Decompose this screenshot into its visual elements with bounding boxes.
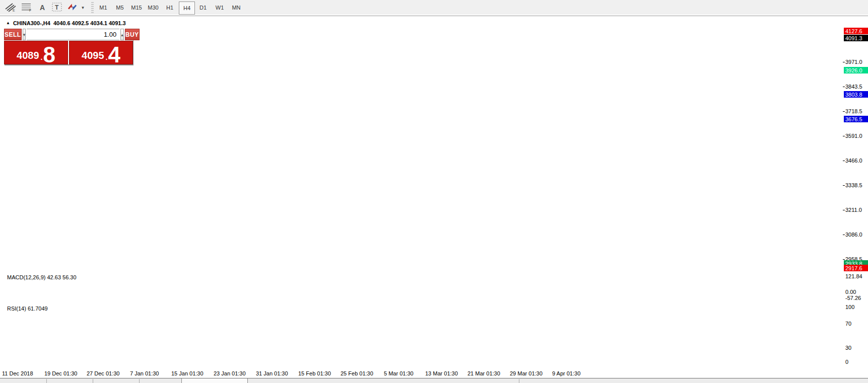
chevron-down-icon: ▼ <box>81 6 85 10</box>
sell-price-button[interactable]: 4089 . 8 <box>4 41 68 64</box>
rsi-tick-label: 30 <box>845 345 851 351</box>
svg-text:E: E <box>13 9 15 12</box>
date-label: 21 Mar 01:30 <box>468 370 500 376</box>
date-label: 25 Feb 01:30 <box>341 370 373 376</box>
timeframe-button-m5[interactable]: M5 <box>112 2 127 14</box>
volume-decrease-button[interactable]: ▾ <box>23 29 26 40</box>
triangle-up-icon: ▴ <box>121 32 123 37</box>
timeframe-button-mn[interactable]: MN <box>229 2 244 14</box>
price-tick-mark <box>843 87 845 87</box>
volume-increase-button[interactable]: ▴ <box>120 29 124 40</box>
sell-price-big-digit: 8 <box>43 46 55 64</box>
date-label: 13 Mar 01:30 <box>425 370 458 376</box>
price-tick-label: 3086.0 <box>845 232 862 238</box>
timeframe-button-h1[interactable]: H1 <box>162 2 177 14</box>
fibonacci-tool-button[interactable]: F <box>19 2 34 14</box>
buy-button[interactable]: BUY <box>125 29 140 40</box>
text-tool-button[interactable]: A <box>36 2 48 14</box>
chart-title: ▲ CHINA300-,H4 4040.6 4092.5 4034.1 4091… <box>6 20 126 26</box>
macd-tick-label: -57.26 <box>845 295 861 301</box>
timeframe-button-m30[interactable]: M30 <box>146 2 161 14</box>
date-label: 5 Mar 01:30 <box>384 370 414 376</box>
macd-label: MACD(12,26,9) 42.63 56.30 <box>7 274 77 280</box>
toolbar: E F A T <box>0 0 868 16</box>
price-tick-label: 3211.0 <box>845 207 862 213</box>
equidistant-channel-tool-button[interactable]: E <box>3 2 18 14</box>
price-tick-mark <box>843 210 845 210</box>
timeframe-button-d1[interactable]: D1 <box>195 2 211 14</box>
fibonacci-icon: F <box>21 2 33 13</box>
price-level-badge: 4127.6 <box>844 28 868 34</box>
equidistant-channel-icon: E <box>5 2 17 13</box>
arrows-icon <box>66 2 80 13</box>
buy-price-main: 4095 <box>82 50 104 61</box>
text-label-tool-button[interactable]: T <box>50 2 63 14</box>
price-tick-label: 3718.5 <box>845 108 862 114</box>
svg-text:T: T <box>55 4 59 11</box>
timeframe-button-w1[interactable]: W1 <box>212 2 227 14</box>
tab-divider <box>46 379 47 383</box>
date-label: 27 Dec 01:30 <box>87 370 119 376</box>
text-a-icon: A <box>40 4 45 12</box>
volume-input[interactable] <box>27 29 119 40</box>
buy-price-button[interactable]: 4095 . 4 <box>69 41 133 64</box>
sell-button[interactable]: SELL <box>4 29 22 40</box>
rsi-tick-label: 0 <box>845 359 848 365</box>
price-tick-label: 3591.0 <box>845 133 862 139</box>
date-label: 29 Mar 01:30 <box>510 370 543 376</box>
price-tick-mark <box>843 235 845 235</box>
rsi-tick-label: 100 <box>845 304 854 310</box>
price-level-badge: 3803.8 <box>844 91 868 98</box>
price-level-badge: 3926.0 <box>844 67 868 73</box>
date-label: 31 Jan 01:30 <box>256 370 288 376</box>
date-label: 7 Jan 01:30 <box>130 370 159 376</box>
tab-divider <box>519 379 519 383</box>
price-tick-mark <box>843 62 845 62</box>
mt4-window: E F A T <box>0 0 868 383</box>
price-level-badge: 2917.6 <box>844 265 868 271</box>
price-tick-mark <box>843 111 845 112</box>
date-label: 19 Dec 01:30 <box>44 370 77 376</box>
ohlc-values: 4040.6 4092.5 4034.1 4091.3 <box>53 20 126 26</box>
symbol-label: CHINA300-,H4 <box>13 20 50 26</box>
timeframe-button-h4[interactable]: H4 <box>179 2 195 15</box>
price-tick-label: 3338.5 <box>845 182 862 188</box>
chart-tab-strip <box>0 378 868 383</box>
tab-divider <box>93 379 93 383</box>
timeframe-button-m1[interactable]: M1 <box>96 2 111 14</box>
date-label: 23 Jan 01:30 <box>214 370 246 376</box>
price-level-badge: 4091.3 <box>844 35 868 41</box>
one-click-trade-panel: SELL ▾ ▴ BUY 4089 . 8 4095 . 4 <box>4 29 133 64</box>
price-tick-label: 3843.5 <box>845 84 862 90</box>
chart-window <box>0 17 868 378</box>
triangle-down-icon: ▾ <box>23 32 26 37</box>
buy-price-dot: . <box>106 53 108 61</box>
macd-tick-label: 0.00 <box>845 289 856 295</box>
price-tick-label: 3971.0 <box>845 59 862 65</box>
date-label: 9 Apr 01:30 <box>552 370 580 376</box>
buy-price-big-digit: 4 <box>108 46 120 64</box>
rsi-label: RSI(14) 61.7049 <box>7 305 48 312</box>
tab-divider <box>139 379 140 383</box>
date-label: 15 Jan 01:30 <box>171 370 204 376</box>
chart-tab-active[interactable] <box>181 378 248 383</box>
price-tick-mark <box>843 136 845 136</box>
sell-price-dot: . <box>41 53 43 61</box>
price-level-badge: 3676.5 <box>844 116 868 122</box>
timeframe-button-m15[interactable]: M15 <box>129 2 144 14</box>
price-tick-mark <box>843 259 845 260</box>
price-tick-mark <box>843 161 845 161</box>
svg-text:F: F <box>29 9 31 12</box>
date-label: 15 Feb 01:30 <box>298 370 331 376</box>
date-label: 11 Dec 2018 <box>2 370 33 376</box>
symbol-arrow-icon: ▲ <box>6 21 10 25</box>
price-tick-label: 3466.0 <box>845 158 862 164</box>
price-tick-mark <box>843 185 845 186</box>
sell-price-main: 4089 <box>17 50 39 61</box>
macd-tick-label: 121.84 <box>845 273 862 279</box>
toolbar-separator <box>91 2 94 13</box>
rsi-tick-label: 70 <box>845 321 851 327</box>
arrows-tool-button[interactable]: ▼ <box>65 2 86 14</box>
text-label-icon: T <box>51 2 62 13</box>
